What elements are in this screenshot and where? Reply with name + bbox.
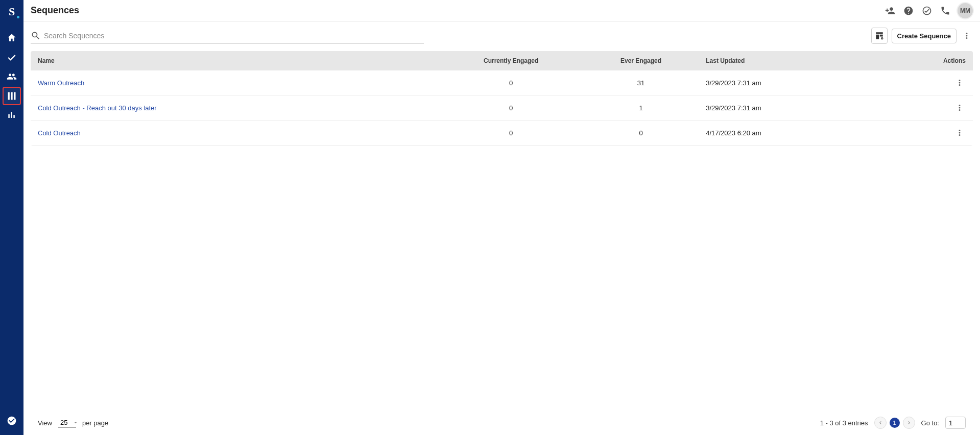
app-logo[interactable]: S bbox=[3, 3, 20, 20]
per-page-label: per page bbox=[82, 419, 108, 427]
toolbar-more-button[interactable] bbox=[961, 30, 973, 42]
sequence-name-link[interactable]: Cold Outreach - Reach out 30 days later bbox=[38, 104, 157, 112]
pager: 1 bbox=[874, 417, 915, 429]
nav-sequences[interactable] bbox=[3, 87, 21, 105]
table-row: Cold Outreach 0 0 4/17/2023 6:20 am bbox=[31, 120, 973, 146]
page-number[interactable]: 1 bbox=[890, 418, 900, 428]
col-header-last-updated: Last Updated bbox=[706, 57, 835, 64]
logo-letter: S bbox=[9, 5, 15, 18]
sequences-table: Name Currently Engaged Ever Engaged Last… bbox=[31, 51, 973, 146]
nav-tasks[interactable] bbox=[3, 48, 21, 66]
cell-last-updated: 4/17/2023 6:20 am bbox=[706, 129, 835, 137]
help-button[interactable] bbox=[902, 5, 915, 17]
col-header-currently-engaged: Currently Engaged bbox=[446, 57, 576, 64]
cell-last-updated: 3/29/2023 7:31 am bbox=[706, 79, 835, 87]
cell-currently-engaged: 0 bbox=[446, 104, 576, 112]
cell-ever-engaged: 31 bbox=[576, 79, 706, 87]
create-sequence-button[interactable]: Create Sequence bbox=[892, 29, 957, 43]
check-circle-icon bbox=[7, 416, 17, 426]
page-title: Sequences bbox=[31, 5, 79, 16]
task-check-button[interactable] bbox=[921, 5, 933, 17]
table-header-row: Name Currently Engaged Ever Engaged Last… bbox=[31, 51, 973, 70]
search-input[interactable] bbox=[44, 29, 424, 43]
pagination-footer: View 25 per page 1 - 3 of 3 entries bbox=[31, 412, 973, 435]
cell-ever-engaged: 0 bbox=[576, 129, 706, 137]
row-actions-button[interactable] bbox=[953, 77, 966, 89]
prev-page-button[interactable] bbox=[874, 417, 887, 429]
kebab-icon bbox=[962, 31, 971, 40]
toolbar: Create Sequence bbox=[31, 28, 973, 44]
user-avatar[interactable]: MM bbox=[958, 3, 973, 18]
entries-summary: 1 - 3 of 3 entries bbox=[820, 419, 868, 427]
task-check-icon bbox=[922, 6, 932, 16]
sequences-icon bbox=[7, 91, 17, 101]
phone-icon bbox=[940, 6, 950, 16]
home-icon bbox=[7, 33, 17, 43]
sidebar: S bbox=[0, 0, 23, 435]
search-wrapper bbox=[31, 29, 424, 43]
help-icon bbox=[903, 6, 914, 16]
table-row: Warm Outreach 0 31 3/29/2023 7:31 am bbox=[31, 70, 973, 95]
people-icon bbox=[7, 71, 17, 82]
kebab-icon bbox=[955, 78, 964, 87]
add-person-button[interactable] bbox=[884, 5, 896, 17]
page-size-select[interactable]: 25 bbox=[58, 418, 76, 428]
person-add-icon bbox=[885, 6, 895, 16]
call-button[interactable] bbox=[939, 5, 951, 17]
next-page-button[interactable] bbox=[903, 417, 915, 429]
col-header-name: Name bbox=[38, 57, 446, 64]
chevron-left-icon bbox=[877, 420, 883, 426]
chevron-right-icon bbox=[906, 420, 912, 426]
cell-last-updated: 3/29/2023 7:31 am bbox=[706, 104, 835, 112]
nav-analytics[interactable] bbox=[3, 106, 21, 125]
cell-currently-engaged: 0 bbox=[446, 79, 576, 87]
row-actions-button[interactable] bbox=[953, 102, 966, 114]
table-settings-icon bbox=[875, 31, 884, 40]
table-row: Cold Outreach - Reach out 30 days later … bbox=[31, 95, 973, 120]
nav-people[interactable] bbox=[3, 67, 21, 86]
create-sequence-label: Create Sequence bbox=[897, 32, 951, 40]
column-settings-button[interactable] bbox=[871, 28, 888, 44]
nav-status[interactable] bbox=[3, 412, 21, 430]
sequence-name-link[interactable]: Cold Outreach bbox=[38, 129, 81, 137]
sequence-name-link[interactable]: Warm Outreach bbox=[38, 79, 84, 87]
row-actions-button[interactable] bbox=[953, 127, 966, 139]
nav-home[interactable] bbox=[3, 29, 21, 47]
goto-label: Go to: bbox=[921, 419, 939, 427]
view-label: View bbox=[38, 419, 52, 427]
kebab-icon bbox=[955, 128, 964, 137]
search-icon bbox=[31, 31, 41, 41]
goto-page-input[interactable] bbox=[945, 417, 966, 429]
cell-ever-engaged: 1 bbox=[576, 104, 706, 112]
check-icon bbox=[7, 52, 17, 62]
cell-currently-engaged: 0 bbox=[446, 129, 576, 137]
bar-chart-icon bbox=[7, 110, 17, 120]
col-header-ever-engaged: Ever Engaged bbox=[576, 57, 706, 64]
logo-dot bbox=[17, 16, 19, 18]
col-header-actions: Actions bbox=[836, 57, 966, 64]
topbar: Sequences MM bbox=[23, 0, 980, 21]
kebab-icon bbox=[955, 103, 964, 112]
